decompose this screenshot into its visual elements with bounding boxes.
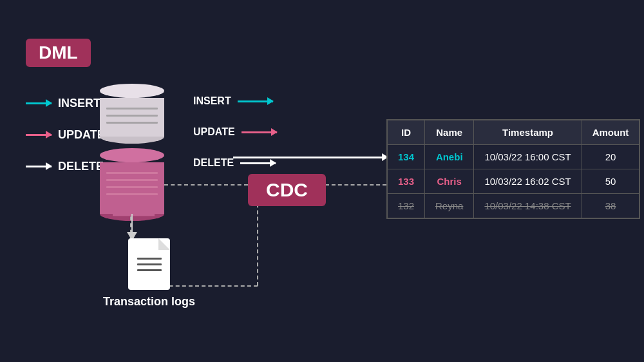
mid-update-arrow-icon bbox=[242, 131, 277, 133]
table-row: 132 Reyna 10/03/22 14:38 CST 38 bbox=[388, 194, 639, 218]
insert-arrow-icon bbox=[26, 102, 52, 104]
cell-name: Reyna bbox=[425, 194, 474, 218]
log-line-2 bbox=[137, 263, 162, 265]
update-label: UPDATE bbox=[58, 128, 105, 142]
dml-label: DML bbox=[26, 39, 91, 67]
cell-timestamp: 10/03/22 16:00 CST bbox=[474, 145, 582, 169]
dml-operations: INSERT UPDATE DELETE bbox=[26, 97, 105, 173]
mid-delete-label: DELETE bbox=[193, 157, 234, 169]
delete-label: DELETE bbox=[58, 160, 104, 173]
col-header-amount: Amount bbox=[582, 120, 639, 145]
mid-delete-arrow-icon bbox=[240, 162, 276, 164]
database-bottom bbox=[100, 148, 164, 221]
cell-timestamp: 10/03/22 14:38 CST bbox=[474, 194, 582, 218]
delete-to-table-arrow bbox=[233, 157, 388, 158]
delete-op: DELETE bbox=[26, 160, 105, 173]
dashed-line-cdc-to-table bbox=[325, 184, 386, 186]
cell-amount: 38 bbox=[582, 194, 639, 218]
transaction-log-container: Transaction logs bbox=[103, 238, 195, 309]
cell-id: 132 bbox=[388, 194, 425, 218]
table-row: 134 Anebi 10/03/22 16:00 CST 20 bbox=[388, 145, 639, 169]
table-row: 133 Chris 10/03/22 16:02 CST 50 bbox=[388, 169, 639, 194]
mid-insert-label: INSERT bbox=[193, 95, 231, 107]
cdc-label: CDC bbox=[248, 174, 326, 206]
insert-op: INSERT bbox=[26, 97, 105, 110]
cell-name: Anebi bbox=[425, 145, 474, 169]
database-top bbox=[100, 84, 164, 144]
mid-update-op: UPDATE bbox=[193, 126, 277, 138]
update-op: UPDATE bbox=[26, 128, 105, 142]
cell-amount: 50 bbox=[582, 169, 639, 194]
col-header-timestamp: Timestamp bbox=[474, 120, 582, 145]
insert-label: INSERT bbox=[58, 97, 100, 110]
mid-insert-op: INSERT bbox=[193, 95, 277, 107]
log-line-1 bbox=[137, 258, 162, 260]
log-icon bbox=[128, 238, 170, 290]
mid-update-label: UPDATE bbox=[193, 126, 235, 138]
data-table: ID Name Timestamp Amount 134 Anebi 10/03… bbox=[386, 119, 640, 219]
col-header-id: ID bbox=[388, 120, 425, 145]
table-header-row: ID Name Timestamp Amount bbox=[388, 120, 639, 145]
log-line-3 bbox=[137, 269, 162, 271]
cell-timestamp: 10/03/22 16:02 CST bbox=[474, 169, 582, 194]
mid-insert-arrow-icon bbox=[238, 100, 273, 102]
cell-name: Chris bbox=[425, 169, 474, 194]
cell-id: 133 bbox=[388, 169, 425, 194]
transaction-logs-label: Transaction logs bbox=[103, 295, 195, 309]
cell-id: 134 bbox=[388, 145, 425, 169]
update-arrow-icon bbox=[26, 134, 52, 136]
col-header-name: Name bbox=[425, 120, 474, 145]
dashed-line-db-to-cdc bbox=[164, 184, 248, 186]
delete-arrow-icon bbox=[26, 166, 52, 167]
mid-delete-op: DELETE bbox=[193, 157, 277, 169]
cell-amount: 20 bbox=[582, 145, 639, 169]
